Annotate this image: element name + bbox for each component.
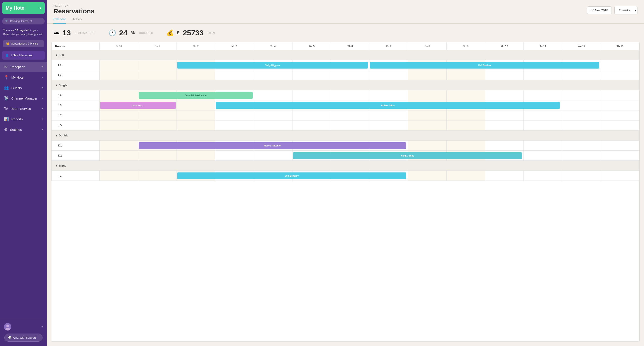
day-cell[interactable] (485, 110, 524, 120)
day-cell[interactable] (446, 141, 485, 151)
day-cell[interactable] (524, 70, 562, 80)
day-cell[interactable] (331, 70, 370, 80)
booking-bar[interactable]: Jen Beasley (177, 172, 406, 179)
day-cell[interactable] (562, 100, 601, 110)
day-cell[interactable] (138, 171, 176, 181)
day-cell[interactable] (370, 90, 408, 100)
day-cell[interactable] (601, 110, 639, 120)
day-cell[interactable] (100, 70, 138, 80)
day-cell[interactable] (601, 100, 639, 110)
search-bar[interactable]: 🔍 Booking, Guest, et (2, 18, 45, 25)
messages-button[interactable]: 👤 1 New Messages (2, 51, 45, 60)
day-cell[interactable]: Jen Beasley (176, 171, 215, 181)
day-cell[interactable] (446, 90, 485, 100)
day-cell[interactable] (331, 90, 370, 100)
day-cell[interactable] (254, 90, 292, 100)
day-cell[interactable] (485, 90, 524, 100)
day-cell[interactable] (601, 141, 639, 151)
day-cell[interactable] (562, 141, 601, 151)
day-cell[interactable]: John Michael Kane (138, 90, 176, 100)
day-cell[interactable] (601, 60, 639, 70)
chat-support-button[interactable]: 💬 Chat with Support (4, 333, 42, 342)
sidebar-item-guests[interactable]: 👥 Guests ▾ (0, 83, 47, 93)
day-cell[interactable] (138, 70, 176, 80)
day-cell[interactable] (446, 70, 485, 80)
day-cell[interactable] (254, 120, 292, 130)
day-cell[interactable] (292, 70, 331, 80)
day-cell[interactable] (370, 120, 408, 130)
booking-bar[interactable]: Lars Ano... (100, 102, 176, 109)
day-cell[interactable] (485, 141, 524, 151)
view-select[interactable]: 2 weeks 1 week 1 month (614, 6, 638, 15)
day-cell[interactable] (176, 70, 215, 80)
day-cell[interactable] (100, 171, 138, 181)
booking-bar[interactable]: Hal Jordan (370, 62, 599, 69)
day-cell[interactable]: Marco Antonio (138, 141, 176, 151)
booking-bar[interactable]: Althea Silva (216, 102, 560, 109)
day-cell[interactable] (524, 171, 562, 181)
upgrade-button[interactable]: 👑 Subscriptions & Pricing (3, 40, 44, 47)
day-cell[interactable] (408, 90, 446, 100)
day-cell[interactable] (176, 151, 215, 161)
day-cell[interactable] (100, 141, 138, 151)
day-cell[interactable] (408, 110, 446, 120)
booking-bar[interactable]: Hank Jones (293, 152, 522, 159)
day-cell[interactable] (408, 141, 446, 151)
day-cell[interactable]: Hank Jones (292, 151, 331, 161)
day-cell[interactable] (215, 120, 254, 130)
day-cell[interactable] (524, 151, 562, 161)
day-cell[interactable] (176, 110, 215, 120)
day-cell[interactable] (100, 110, 138, 120)
day-cell[interactable]: Hal Jordan (370, 60, 408, 70)
hotel-selector[interactable]: My Hotel ▾ (2, 2, 45, 14)
day-cell[interactable] (562, 171, 601, 181)
day-cell[interactable] (292, 110, 331, 120)
day-cell[interactable] (601, 151, 639, 161)
day-cell[interactable] (408, 70, 446, 80)
day-cell[interactable] (446, 120, 485, 130)
day-cell[interactable] (100, 90, 138, 100)
sidebar-item-channel-manager[interactable]: 📡 Channel Manager ▾ (0, 93, 47, 103)
day-cell[interactable] (292, 120, 331, 130)
sidebar-item-reports[interactable]: 📊 Reports ▾ (0, 114, 47, 124)
day-cell[interactable] (138, 151, 176, 161)
day-cell[interactable]: Althea Silva (215, 100, 254, 110)
day-cell[interactable] (485, 171, 524, 181)
day-cell[interactable]: Sally Higgins (176, 60, 215, 70)
day-cell[interactable] (524, 120, 562, 130)
day-cell[interactable] (446, 110, 485, 120)
sidebar-item-settings[interactable]: ⚙ Settings ▾ (0, 124, 47, 135)
day-cell[interactable] (331, 110, 370, 120)
user-profile[interactable]: ▾ (2, 322, 45, 332)
booking-bar[interactable]: John Michael Kane (138, 92, 253, 99)
day-cell[interactable] (408, 171, 446, 181)
booking-bar[interactable]: Marco Antonio (138, 142, 406, 149)
day-cell[interactable] (370, 70, 408, 80)
day-cell[interactable]: Lars Ano... (100, 100, 138, 110)
day-cell[interactable] (138, 120, 176, 130)
day-cell[interactable] (601, 171, 639, 181)
day-cell[interactable] (562, 120, 601, 130)
day-cell[interactable] (100, 151, 138, 161)
day-cell[interactable] (254, 110, 292, 120)
day-cell[interactable] (601, 90, 639, 100)
day-cell[interactable] (524, 90, 562, 100)
day-cell[interactable] (524, 141, 562, 151)
day-cell[interactable] (562, 90, 601, 100)
day-cell[interactable] (215, 110, 254, 120)
day-cell[interactable] (100, 60, 138, 70)
booking-bar[interactable]: Sally Higgins (177, 62, 368, 69)
day-cell[interactable] (408, 120, 446, 130)
day-cell[interactable] (446, 171, 485, 181)
sidebar-item-reception[interactable]: 🛎 Reception ▾ (0, 62, 47, 72)
day-cell[interactable] (562, 151, 601, 161)
day-cell[interactable] (485, 70, 524, 80)
day-cell[interactable] (292, 90, 331, 100)
day-cell[interactable] (176, 100, 215, 110)
day-cell[interactable] (331, 120, 370, 130)
day-cell[interactable] (485, 120, 524, 130)
tab-activity[interactable]: Activity (72, 18, 82, 24)
day-cell[interactable] (138, 110, 176, 120)
day-cell[interactable] (254, 70, 292, 80)
calendar-wrapper[interactable]: Rooms Fr 30Sa 1Su 2Mo 3Tu 4We 5Th 6Fr 7S… (51, 42, 640, 342)
